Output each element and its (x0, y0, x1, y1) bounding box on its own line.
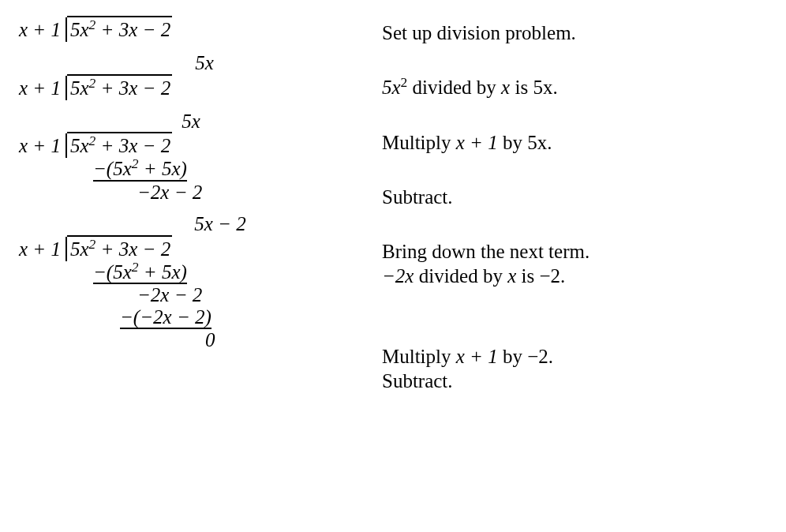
long-division-step-4: 5x − 2 x + 15x2 + 3x − 2 −(5x2 + 5x) −2x… (19, 214, 287, 351)
remainder-line: −2x − 2 (19, 182, 287, 204)
work-lines: −(5x2 + 5x) −2x − 2 −(−2x − 2) 0 (19, 261, 287, 351)
subtract-line: −(5x2 + 5x) (19, 158, 287, 182)
long-division-step-1: x + 15x2 + 3x − 2 (19, 16, 287, 42)
quotient-line: 5x (19, 111, 287, 132)
long-division-step-2: 5x x + 15x2 + 3x − 2 (19, 53, 287, 100)
page-container: x + 15x2 + 3x − 2 5x x + 15x2 + 3x − 2 5… (19, 16, 767, 423)
dividend: 5x2 + 3x − 2 (67, 132, 172, 158)
math-column: x + 15x2 + 3x − 2 5x x + 15x2 + 3x − 2 5… (19, 16, 287, 423)
divisor: x + 1 (19, 237, 67, 261)
remainder-line: −2x − 2 (19, 284, 287, 306)
explain-subtract-1: Subtract. (382, 185, 767, 209)
subtract-line-2: −(−2x − 2) (19, 306, 287, 330)
divisor: x + 1 (19, 17, 67, 42)
explain-bringdown: Bring down the next term. (382, 239, 767, 264)
divisor: x + 1 (19, 133, 67, 158)
quotient-line: 5x − 2 (19, 214, 287, 234)
dividend: 5x2 + 3x − 2 (67, 16, 172, 42)
quotient-line: 5x (19, 53, 287, 73)
subtract-line: −(5x2 + 5x) (19, 261, 287, 285)
dividend: 5x2 + 3x − 2 (67, 74, 172, 100)
explain-subtract-2: Subtract. (382, 369, 767, 393)
long-division-step-3: 5x x + 15x2 + 3x − 2 −(5x2 + 5x) −2x − 2 (19, 111, 287, 204)
explain-multiply-2: Multiply x + 1 by −2. (382, 344, 767, 369)
explain-divide-2: −2x divided by x is −2. (382, 264, 767, 288)
dividend: 5x2 + 3x − 2 (67, 235, 172, 261)
divisor: x + 1 (19, 76, 67, 100)
explain-divide-1: 5x2 divided by x is 5x. (382, 75, 767, 99)
explain-multiply-1: Multiply x + 1 by 5x. (382, 130, 767, 155)
explain-setup: Set up division problem. (382, 21, 767, 45)
explanation-column: Set up division problem. 5x2 divided by … (382, 16, 767, 423)
work-lines: −(5x2 + 5x) −2x − 2 (19, 158, 287, 203)
final-remainder: 0 (19, 329, 287, 351)
